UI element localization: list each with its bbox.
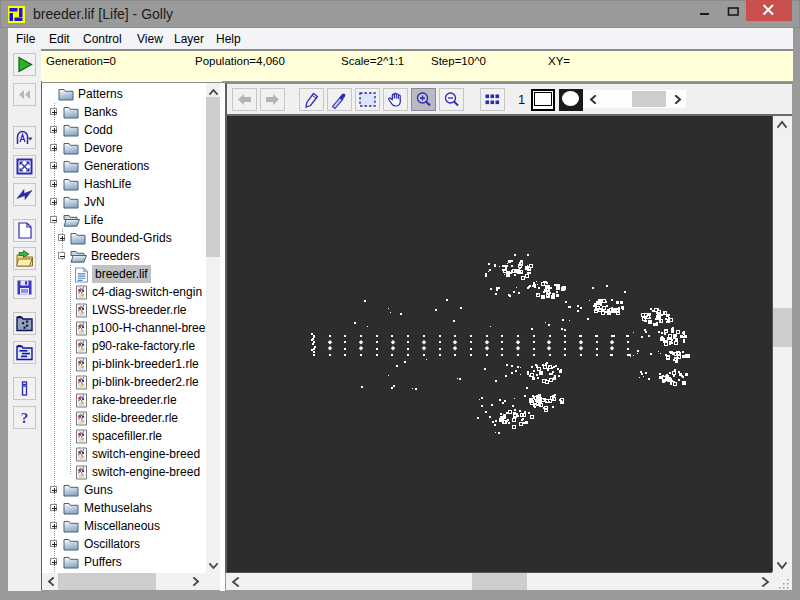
svg-text:?: ? [21, 410, 29, 426]
